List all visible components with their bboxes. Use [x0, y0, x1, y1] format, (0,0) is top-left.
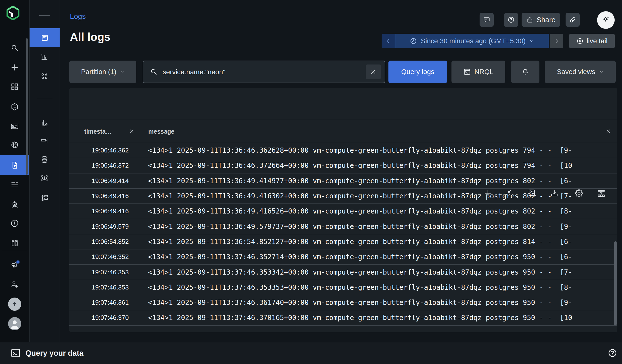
notification-dot — [16, 260, 20, 264]
nrql-label: NRQL — [474, 68, 493, 76]
log-timestamp: 19:06:54.852 — [69, 238, 145, 246]
data-partitions-tab[interactable] — [38, 153, 51, 166]
log-row[interactable]: 19:07:46.353<134>1 2025-09-11T13:37:46.3… — [69, 280, 617, 295]
rail-divider — [2, 251, 27, 251]
partition-dropdown[interactable]: Partition (1) — [69, 61, 136, 83]
log-row[interactable]: 19:06:46.372<134>1 2025-09-11T13:36:46.3… — [69, 158, 617, 173]
logs-nav-button-active[interactable] — [0, 155, 29, 175]
browser-nav-button[interactable] — [8, 138, 21, 152]
log-message: <134>1 2025-09-11T13:36:49.416302+00:00 … — [145, 192, 617, 200]
query-terminal-icon — [10, 347, 21, 359]
log-message: <134>1 2025-09-11T13:37:46.352714+00:00 … — [145, 253, 617, 261]
rail2-divider — [37, 99, 53, 99]
dashboards-nav-button[interactable] — [8, 119, 21, 133]
table-scrollbar[interactable] — [614, 241, 617, 326]
ai-assistant-nav-button[interactable] — [8, 198, 21, 211]
alert-condition-button[interactable] — [511, 61, 539, 83]
log-timestamp: 19:06:46.372 — [69, 162, 145, 169]
share-icon — [526, 16, 534, 23]
invite-user-nav-button[interactable] — [8, 278, 21, 291]
log-timestamp: 19:07:46.352 — [69, 253, 145, 261]
log-row[interactable]: 19:06:54.852<134>1 2025-09-11T13:36:54.8… — [69, 234, 617, 249]
query-your-data-label[interactable]: Query your data — [25, 349, 84, 358]
log-message: <134>1 2025-09-11T13:37:46.370165+00:00 … — [145, 314, 617, 322]
ai-assistant-button[interactable] — [597, 11, 615, 29]
time-range-picker[interactable]: Since 30 minutes ago (GMT+5:30) — [395, 34, 549, 48]
copy-link-button[interactable] — [565, 13, 580, 27]
all-logs-tab-active[interactable] — [30, 28, 60, 47]
livetail-bar-tab[interactable] — [38, 134, 51, 147]
pipelines-tab[interactable] — [38, 192, 51, 205]
column-divider — [145, 120, 145, 143]
log-row[interactable]: 19:06:46.362<134>1 2025-09-11T13:36:46.3… — [69, 143, 617, 158]
primary-nav-rail — [0, 0, 29, 342]
attributes-chart-tab[interactable] — [38, 50, 51, 63]
share-label: Share — [537, 16, 555, 24]
log-timestamp: 19:06:49.416 — [69, 192, 145, 200]
clock-icon — [410, 37, 417, 45]
query-logs-button[interactable]: Query logs — [389, 61, 447, 83]
log-row[interactable]: 19:06:49.579<134>1 2025-09-11T13:36:49.5… — [69, 219, 617, 234]
search-nav-button[interactable] — [8, 41, 21, 55]
nrql-button[interactable]: NRQL — [451, 61, 505, 83]
rail-scrollbar[interactable] — [26, 38, 28, 175]
obfuscation-tab[interactable] — [38, 171, 51, 185]
time-range-label: Since 30 minutes ago (GMT+5:30) — [421, 37, 526, 45]
page-title: All logs — [70, 30, 110, 43]
entities-nav-button[interactable] — [8, 100, 21, 114]
log-message: <134>1 2025-09-11T13:36:46.372664+00:00 … — [145, 161, 617, 170]
query-logs-label: Query logs — [401, 68, 434, 76]
log-row[interactable]: 19:07:46.370<134>1 2025-09-11T13:37:46.3… — [69, 310, 617, 326]
log-timestamp: 19:06:46.362 — [69, 147, 145, 154]
new-relic-logo[interactable] — [5, 5, 20, 20]
add-nav-button[interactable] — [8, 61, 21, 74]
footer-bar: Query your data — [0, 342, 622, 364]
log-row[interactable]: 19:06:49.416<134>1 2025-09-11T13:36:49.4… — [69, 204, 617, 219]
log-timestamp: 19:07:46.370 — [69, 314, 145, 322]
log-message: <134>1 2025-09-11T13:36:49.579737+00:00 … — [145, 223, 617, 230]
apps-grid-nav-button[interactable] — [8, 80, 21, 94]
time-back-button[interactable] — [382, 34, 395, 48]
partition-label: Partition (1) — [81, 68, 117, 76]
log-row[interactable]: 19:06:49.414<134>1 2025-09-11T13:36:49.4… — [69, 173, 617, 189]
chevron-down-icon — [599, 69, 604, 74]
alerts-nav-button[interactable] — [8, 216, 21, 230]
message-column-header[interactable]: message — [148, 128, 175, 135]
log-row[interactable]: 19:06:49.416<134>1 2025-09-11T13:36:49.4… — [69, 189, 617, 204]
log-timestamp: 19:06:49.414 — [69, 177, 145, 185]
logs-app: { "breadcrumb": { "label": "Logs" }, "pa… — [0, 0, 622, 364]
log-timestamp: 19:07:46.353 — [69, 268, 145, 276]
infrastructure-nav-button[interactable] — [8, 236, 21, 250]
log-message: <134>1 2025-09-11T13:37:46.361740+00:00 … — [145, 299, 617, 307]
whats-new-nav-button[interactable] — [8, 258, 21, 272]
log-message: <134>1 2025-09-11T13:36:54.852127+00:00 … — [145, 238, 617, 246]
timestamp-column-header[interactable]: timesta… — [84, 128, 112, 135]
patterns-tab[interactable] — [38, 69, 51, 83]
live-tail-button[interactable]: live tail — [569, 34, 615, 48]
user-avatar[interactable] — [8, 317, 21, 330]
log-timestamp: 19:06:49.416 — [69, 207, 145, 215]
time-forward-button[interactable] — [550, 34, 563, 48]
log-message: <134>1 2025-09-11T13:36:49.414977+00:00 … — [145, 177, 617, 185]
log-row[interactable]: 19:07:46.352<134>1 2025-09-11T13:37:46.3… — [69, 249, 617, 265]
remove-timestamp-column-button[interactable] — [127, 127, 136, 135]
share-button[interactable]: Share — [522, 13, 560, 27]
remove-message-column-button[interactable] — [604, 127, 613, 135]
collapse-handle[interactable] — [39, 15, 50, 16]
log-timestamp: 19:07:46.353 — [69, 284, 145, 291]
clear-search-button[interactable] — [366, 64, 381, 79]
log-settings-nav-button[interactable] — [8, 177, 21, 191]
feedback-button[interactable] — [480, 13, 494, 27]
saved-views-dropdown[interactable]: Saved views — [545, 61, 616, 83]
log-row[interactable]: 19:07:46.361<134>1 2025-09-11T13:37:46.3… — [69, 295, 617, 310]
log-search-box — [143, 61, 385, 83]
breadcrumb[interactable]: Logs — [70, 12, 86, 20]
upgrade-button[interactable] — [8, 298, 21, 311]
create-chart-tab[interactable] — [38, 116, 51, 130]
help-button[interactable] — [504, 13, 518, 27]
log-row[interactable]: 19:07:46.353<134>1 2025-09-11T13:37:46.3… — [69, 265, 617, 280]
bell-icon — [521, 68, 529, 76]
log-rows: 19:06:46.362<134>1 2025-09-11T13:36:46.3… — [69, 143, 617, 326]
search-input[interactable] — [162, 61, 356, 83]
footer-help-button[interactable] — [607, 348, 618, 358]
